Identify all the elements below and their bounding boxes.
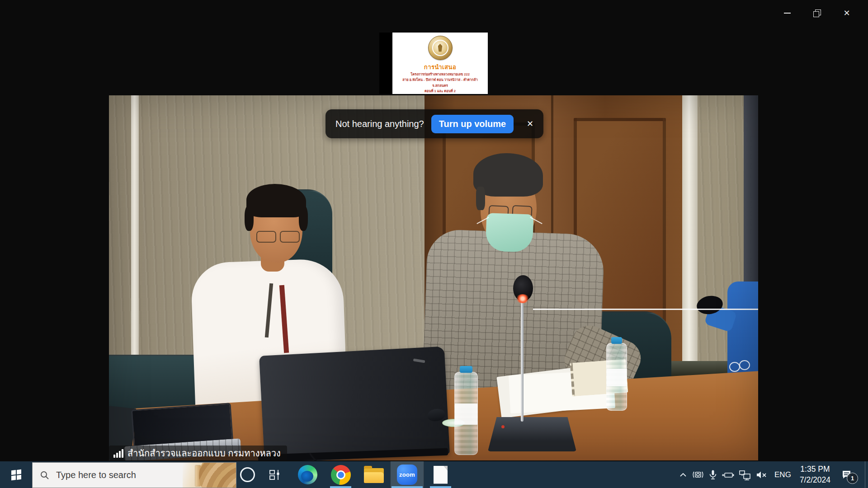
microphone-base-light <box>501 425 505 428</box>
action-center-button[interactable]: 1 <box>836 465 856 485</box>
speaker-muted-icon <box>755 469 769 480</box>
toast-message: Not hearing anything? <box>335 119 424 129</box>
clock-time: 1:35 PM <box>800 464 830 474</box>
main-video-feed: สำนักสำรวจและออกแบบ กรมทางหลวง <box>109 95 758 460</box>
search-highlight-image <box>183 463 236 488</box>
slide-line-1: โครงการก่อสร้างทางหลวงหมายเลข 222 <box>396 72 485 77</box>
participant-1-glasses <box>256 231 276 243</box>
edge-icon <box>298 465 317 484</box>
water-bottle <box>454 372 478 455</box>
hidden-icons-chevron[interactable] <box>678 469 689 480</box>
participant-1-hair <box>299 206 308 231</box>
taskbar-item-file-explorer[interactable] <box>357 461 390 488</box>
taskbar-item-cortana[interactable] <box>236 461 258 488</box>
presentation-slide: การนำเสนอ โครงการก่อสร้างทางหลวงหมายเลข … <box>392 33 488 94</box>
start-button[interactable] <box>0 461 32 488</box>
clock[interactable]: 1:35 PM 7/2/2024 <box>797 464 833 485</box>
taskbar-item-edge[interactable] <box>291 461 324 488</box>
cortana-icon <box>240 467 255 482</box>
participant-name: สำนักสำรวจและออกแบบ กรมทางหลวง <box>127 446 281 460</box>
toast-close-icon[interactable]: ✕ <box>524 117 536 131</box>
desktop-screen: ✕ การนำเสนอ โครงการก่อสร้างทางหลวงหมายเล… <box>0 0 868 488</box>
microphone-boom-highlight <box>533 309 758 310</box>
participant-name-label: สำนักสำรวจและออกแบบ กรมทางหลวง <box>109 446 287 460</box>
show-desktop-button[interactable] <box>865 461 868 488</box>
restore-icon <box>813 9 821 17</box>
zoom-icon: zoom <box>397 465 417 485</box>
signal-strength-icon <box>113 449 123 458</box>
chrome-icon <box>331 465 351 485</box>
taskbar-item-document[interactable] <box>424 461 457 488</box>
microphone-base <box>488 417 576 451</box>
taskbar-apps: zoom <box>236 461 457 488</box>
taskbar-item-chrome[interactable] <box>324 461 357 488</box>
wall-trim-right <box>682 95 698 394</box>
microphone-glow-ring <box>516 294 529 303</box>
close-icon: ✕ <box>843 9 850 17</box>
document-icon <box>434 466 448 484</box>
slide-line-3: ตอนที่ 1 และ ตอนที่ 2 <box>396 89 485 94</box>
chevron-up-icon <box>678 469 689 480</box>
network-status[interactable] <box>738 469 752 481</box>
wired-network-icon <box>738 469 752 481</box>
taskbar-search-box[interactable] <box>32 462 236 488</box>
window-controls: ✕ <box>772 0 862 26</box>
participant-1-hair <box>246 184 306 217</box>
system-tray: ENG 1:35 PM 7/2/2024 1 <box>678 461 868 488</box>
file-explorer-icon <box>364 468 384 483</box>
taskbar-item-zoom[interactable]: zoom <box>390 461 424 488</box>
minimize-icon <box>784 13 791 14</box>
minimize-button[interactable] <box>772 0 802 26</box>
microphone-icon <box>708 469 718 481</box>
camera-icon <box>692 469 704 481</box>
participant-2-hair <box>476 187 485 210</box>
microphone-in-use-indicator[interactable] <box>708 469 718 481</box>
eyeglasses-on-table <box>739 360 750 370</box>
audio-toast: Not hearing anything? Turn up volume ✕ <box>326 109 543 138</box>
task-view-icon <box>269 469 281 481</box>
water-bottle <box>606 343 627 411</box>
windows-logo-icon <box>11 469 21 480</box>
participant-1-hair <box>245 206 254 231</box>
laptop-lid <box>259 346 450 460</box>
notification-badge: 1 <box>847 473 858 484</box>
turn-up-volume-button[interactable]: Turn up volume <box>431 115 514 133</box>
camera-in-use-indicator[interactable] <box>692 469 704 481</box>
volume-status[interactable] <box>755 469 769 480</box>
battery-status[interactable] <box>722 469 735 480</box>
wall-trim-left <box>131 95 139 385</box>
restore-button[interactable] <box>802 0 832 26</box>
slide-title: การนำเสนอ <box>424 62 456 72</box>
taskbar: zoom <box>0 461 868 488</box>
microphone-stand <box>521 300 524 422</box>
search-input[interactable] <box>55 469 165 481</box>
laptop-logo <box>413 358 425 363</box>
amphitheater-art <box>199 462 236 488</box>
language-indicator[interactable]: ENG <box>772 470 794 479</box>
department-seal-icon <box>428 36 453 60</box>
participant-2-face-mask <box>486 213 534 253</box>
battery-charging-icon <box>722 469 735 480</box>
slide-line-2: สาย อ.พังโคน - บึงกาฬ ตอน วานรนิวาส - คำ… <box>396 77 485 89</box>
search-icon <box>40 470 50 480</box>
taskbar-item-task-view[interactable] <box>258 461 291 488</box>
presentation-thumbnail[interactable]: การนำเสนอ โครงการก่อสร้างทางหลวงหมายเลข … <box>379 33 488 94</box>
eyeglasses-on-table <box>729 362 740 372</box>
clock-date: 7/2/2024 <box>800 475 830 485</box>
close-button[interactable]: ✕ <box>832 0 862 26</box>
participant-1-glasses <box>280 231 300 243</box>
